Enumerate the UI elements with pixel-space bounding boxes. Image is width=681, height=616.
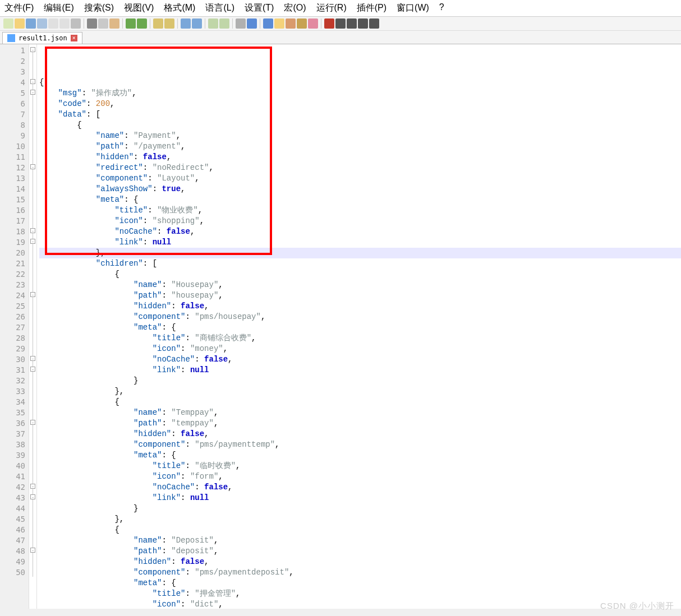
code-line[interactable]: "path": "temppay", — [39, 418, 681, 429]
print-icon[interactable] — [71, 18, 81, 29]
zoom-out-icon[interactable] — [192, 18, 202, 29]
code-line[interactable]: { — [39, 397, 681, 407]
code-line[interactable]: "noCache": false, — [39, 482, 681, 493]
code-line[interactable]: { — [39, 120, 681, 131]
fold-toggle-icon[interactable]: - — [30, 356, 35, 361]
menu-item[interactable]: 搜索(S) — [84, 2, 114, 14]
menu-item[interactable]: 插件(P) — [357, 2, 386, 14]
code-line[interactable]: "meta": { — [39, 322, 681, 333]
new-file-icon[interactable] — [3, 18, 13, 29]
save-macro-icon[interactable] — [369, 18, 379, 29]
code-line[interactable]: "hidden": false, — [39, 152, 681, 163]
code-line[interactable]: "link": null — [39, 493, 681, 503]
code-line[interactable]: }, — [39, 386, 681, 397]
paste-icon[interactable] — [109, 18, 119, 29]
code-line[interactable]: "icon": "money", — [39, 344, 681, 354]
code-line[interactable]: { — [39, 269, 681, 280]
code-line[interactable]: "icon": "shopping", — [39, 216, 681, 226]
tab-close-icon[interactable]: × — [71, 35, 77, 41]
zoom-in-icon[interactable] — [181, 18, 191, 29]
function-list-icon[interactable] — [297, 18, 307, 29]
code-line[interactable]: "icon": "dict", — [39, 599, 681, 610]
code-line[interactable]: "meta": { — [39, 194, 681, 205]
monitor-icon[interactable] — [308, 18, 318, 29]
code-line[interactable]: "name": "Temppay", — [39, 407, 681, 418]
play-macro-icon[interactable] — [347, 18, 357, 29]
code-line[interactable]: "title": "物业收费", — [39, 205, 681, 216]
replace-icon[interactable] — [164, 18, 174, 29]
allchars-icon[interactable] — [247, 18, 257, 29]
cut-icon[interactable] — [87, 18, 97, 29]
code-line[interactable]: "meta": { — [39, 450, 681, 461]
menu-item[interactable]: 设置(T) — [245, 2, 274, 14]
code-line[interactable]: "path": "/payment", — [39, 141, 681, 152]
code-line[interactable]: "icon": "form", — [39, 471, 681, 482]
code-line[interactable]: "noCache": false, — [39, 354, 681, 365]
code-line[interactable]: "path": "housepay", — [39, 290, 681, 301]
indent-guide-icon[interactable] — [263, 18, 273, 29]
sync-v-icon[interactable] — [208, 18, 218, 29]
code-line[interactable]: "noCache": false, — [39, 226, 681, 237]
menu-item[interactable]: 格式(M) — [164, 2, 195, 14]
code-line[interactable]: "link": null — [39, 237, 681, 248]
menu-item[interactable]: 语言(L) — [205, 2, 234, 14]
code-line[interactable]: }, — [39, 514, 681, 525]
close-icon[interactable] — [48, 18, 58, 29]
code-line[interactable]: } — [39, 376, 681, 386]
fold-toggle-icon[interactable]: - — [30, 79, 35, 84]
menu-item[interactable]: 运行(R) — [316, 2, 347, 14]
sync-h-icon[interactable] — [219, 18, 229, 29]
code-line[interactable]: "meta": { — [39, 578, 681, 589]
find-icon[interactable] — [153, 18, 163, 29]
menu-item[interactable]: 视图(V) — [124, 2, 154, 14]
wordwrap-icon[interactable] — [236, 18, 246, 29]
fold-toggle-icon[interactable]: - — [30, 484, 35, 489]
code-line[interactable]: "redirect": "noRedirect", — [39, 163, 681, 173]
code-content[interactable]: { "msg": "操作成功", "code": 200, "data": [ … — [37, 44, 681, 609]
code-line[interactable]: { — [39, 525, 681, 535]
code-line[interactable]: "code": 200, — [39, 99, 681, 109]
code-line[interactable]: "link": null — [39, 365, 681, 376]
fold-toggle-icon[interactable]: - — [30, 367, 35, 372]
code-line[interactable]: { — [39, 77, 681, 88]
code-line[interactable]: "hidden": false, — [39, 301, 681, 312]
stop-macro-icon[interactable] — [335, 18, 346, 29]
fold-toggle-icon[interactable]: - — [30, 292, 35, 297]
redo-icon[interactable] — [137, 18, 147, 29]
code-line[interactable]: "data": [ — [39, 109, 681, 120]
code-line[interactable]: "path": "deposit", — [39, 546, 681, 557]
code-line[interactable]: "children": [ — [39, 258, 681, 269]
fold-toggle-icon[interactable]: - — [30, 228, 35, 233]
menu-item[interactable]: 窗口(W) — [397, 2, 429, 14]
fold-toggle-icon[interactable]: - — [30, 90, 35, 95]
close-all-icon[interactable] — [59, 18, 70, 29]
code-line[interactable]: "title": "押金管理", — [39, 589, 681, 599]
code-line[interactable]: "component": "pms/housepay", — [39, 312, 681, 322]
fold-toggle-icon[interactable]: - — [30, 164, 35, 169]
record-macro-icon[interactable] — [324, 18, 334, 29]
code-line[interactable]: "component": "pms/paymentdeposit", — [39, 567, 681, 578]
code-line[interactable]: "title": "临时收费", — [39, 461, 681, 471]
code-line[interactable]: } — [39, 503, 681, 514]
fold-toggle-icon[interactable]: - — [30, 494, 35, 499]
fold-toggle-icon[interactable]: - — [30, 420, 35, 425]
undo-icon[interactable] — [126, 18, 136, 29]
code-line[interactable]: "alwaysShow": true, — [39, 184, 681, 194]
save-all-icon[interactable] — [37, 18, 47, 29]
code-line[interactable]: "hidden": false, — [39, 429, 681, 439]
folder-icon[interactable] — [274, 18, 284, 29]
menu-item[interactable]: 编辑(E) — [44, 2, 73, 14]
menu-item[interactable]: 文件(F) — [4, 2, 34, 14]
copy-icon[interactable] — [98, 18, 108, 29]
doc-map-icon[interactable] — [286, 18, 296, 29]
code-line[interactable]: "msg": "操作成功", — [39, 88, 681, 99]
fold-toggle-icon[interactable]: - — [30, 239, 35, 244]
code-line[interactable]: "hidden": false, — [39, 557, 681, 567]
code-line[interactable]: "name": "Payment", — [39, 131, 681, 141]
code-line[interactable]: "title": "商铺综合收费", — [39, 333, 681, 344]
code-line[interactable]: "component": "pms/paymenttemp", — [39, 439, 681, 450]
open-file-icon[interactable] — [15, 18, 25, 29]
play-multi-icon[interactable] — [358, 18, 368, 29]
fold-toggle-icon[interactable]: - — [30, 47, 35, 52]
menu-item[interactable]: ? — [439, 2, 444, 14]
